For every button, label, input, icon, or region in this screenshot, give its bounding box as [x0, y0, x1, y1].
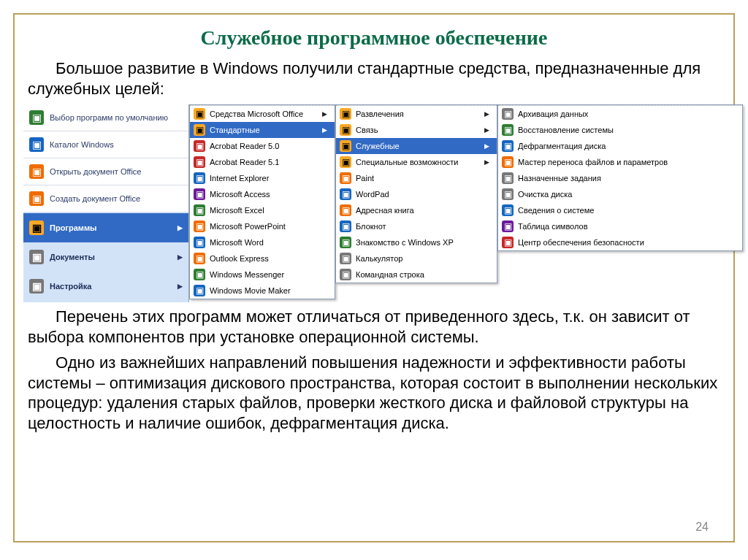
menu-item-label: Блокнот: [356, 222, 386, 231]
menu-item[interactable]: ▣Outlook Express: [190, 250, 335, 266]
menu-item[interactable]: ▣Internet Explorer: [190, 170, 335, 186]
yellow-icon: ▣: [194, 124, 205, 136]
menu-item[interactable]: ▣Дефрагментация диска: [498, 138, 742, 154]
menu-item[interactable]: ▣Центр обеспечения безопасности: [498, 234, 742, 250]
start-item[interactable]: ▣Документы▶: [23, 242, 188, 272]
red-icon: ▣: [194, 140, 205, 152]
menu-item[interactable]: ▣Командная строка: [336, 266, 497, 283]
menu-item-label: Знакомство с Windows XP: [356, 238, 454, 247]
menu-item[interactable]: ▣Windows Movie Maker: [190, 283, 335, 299]
orange-icon: ▣: [29, 164, 44, 179]
gray-icon: ▣: [502, 108, 514, 120]
blue-icon: ▣: [340, 188, 351, 200]
blue-icon: ▣: [502, 204, 514, 216]
start-item[interactable]: ▣Каталог Windows: [23, 131, 188, 158]
menu-item[interactable]: ▣Сведения о системе: [498, 202, 742, 218]
menu-item-label: Служебные: [356, 142, 400, 150]
start-item-label: Каталог Windows: [50, 140, 114, 149]
blue-icon: ▣: [194, 172, 205, 184]
menu-item[interactable]: ▣Microsoft Excel: [190, 202, 335, 218]
menu-item-label: Средства Microsoft Office: [210, 110, 303, 118]
gray-icon: ▣: [29, 279, 44, 294]
menu-item[interactable]: ▣Назначенные задания: [498, 170, 742, 186]
menu-item[interactable]: ▣Стандартные▶: [190, 122, 335, 138]
menu-item[interactable]: ▣WordPad: [336, 186, 497, 202]
menu-item-label: Развлечения: [356, 110, 404, 118]
start-item[interactable]: ▣Открыть документ Office: [23, 158, 188, 185]
orange-icon: ▣: [340, 172, 351, 184]
menu-item-label: Стандартные: [210, 126, 260, 134]
menu-item-label: Таблица символов: [518, 222, 588, 231]
green-icon: ▣: [194, 204, 205, 216]
menu-item[interactable]: ▣Калькулятор: [336, 250, 497, 266]
start-item[interactable]: ▣Создать документ Office: [23, 185, 188, 212]
menu-item-label: Outlook Express: [210, 254, 269, 263]
start-item-label: Настройка: [50, 282, 91, 291]
blue-icon: ▣: [502, 140, 514, 152]
yellow-icon: ▣: [29, 220, 44, 235]
menu-item[interactable]: ▣Связь▶: [336, 122, 497, 138]
blue-icon: ▣: [194, 237, 205, 248]
green-icon: ▣: [502, 124, 514, 136]
menu-item[interactable]: ▣Развлечения▶: [336, 106, 497, 122]
menu-item-label: Microsoft PowerPoint: [210, 222, 286, 231]
programs-submenu: ▣Средства Microsoft Office▶▣Стандартные▶…: [189, 104, 335, 299]
blue-icon: ▣: [29, 137, 44, 152]
menu-item-label: Центр обеспечения безопасности: [518, 238, 644, 247]
start-item[interactable]: ▣Выбор программ по умолчанию: [23, 104, 188, 131]
menu-item-label: Восстановление системы: [518, 126, 614, 134]
orange-icon: ▣: [502, 156, 514, 168]
start-column: ▣Выбор программ по умолчанию▣Каталог Win…: [23, 104, 189, 302]
chevron-right-icon: ▶: [322, 110, 327, 118]
menu-item-label: Windows Messenger: [210, 270, 284, 279]
yellow-icon: ▣: [194, 108, 205, 120]
blue-icon: ▣: [194, 285, 205, 296]
menu-item[interactable]: ▣Очистка диска: [498, 186, 742, 202]
para2: Перечень этих программ может отличаться …: [28, 307, 720, 347]
menu-item[interactable]: ▣Microsoft Word: [190, 234, 335, 250]
menu-item[interactable]: ▣Microsoft PowerPoint: [190, 218, 335, 234]
gray-icon: ▣: [502, 172, 514, 184]
chevron-right-icon: ▶: [178, 253, 183, 261]
menu-item[interactable]: ▣Блокнот: [336, 218, 497, 234]
start-menu-screenshot: ▣Выбор программ по умолчанию▣Каталог Win…: [23, 104, 743, 302]
menu-item[interactable]: ▣Средства Microsoft Office▶: [190, 106, 335, 122]
menu-item-label: Назначенные задания: [518, 174, 601, 183]
menu-item[interactable]: ▣Таблица символов: [498, 218, 742, 234]
start-item[interactable]: ▣Настройка▶: [23, 272, 188, 301]
menu-item[interactable]: ▣Архивация данных: [498, 106, 742, 122]
menu-item[interactable]: ▣Acrobat Reader 5.0: [190, 138, 335, 154]
orange-icon: ▣: [194, 220, 205, 232]
menu-item-label: Microsoft Excel: [210, 206, 264, 215]
yellow-icon: ▣: [340, 140, 351, 152]
menu-item[interactable]: ▣Windows Messenger: [190, 266, 335, 283]
red-icon: ▣: [194, 156, 205, 168]
menu-item[interactable]: ▣Microsoft Access: [190, 186, 335, 202]
menu-item[interactable]: ▣Paint: [336, 170, 497, 186]
menu-item-label: Acrobat Reader 5.1: [210, 158, 279, 166]
menu-item[interactable]: ▣Специальные возможности▶: [336, 154, 497, 170]
menu-item[interactable]: ▣Восстановление системы: [498, 122, 742, 138]
gray-icon: ▣: [340, 269, 351, 280]
menu-item[interactable]: ▣Acrobat Reader 5.1: [190, 154, 335, 170]
orange-icon: ▣: [194, 253, 205, 264]
menu-item-label: Internet Explorer: [210, 174, 269, 183]
chevron-right-icon: ▶: [484, 110, 489, 118]
menu-item[interactable]: ▣Знакомство с Windows XP: [336, 234, 497, 250]
green-icon: ▣: [340, 237, 351, 248]
chevron-right-icon: ▶: [484, 158, 489, 166]
start-item[interactable]: ▣Программы▶: [23, 213, 188, 242]
yellow-icon: ▣: [340, 156, 351, 168]
menu-item-label: Архивация данных: [518, 110, 588, 118]
menu-item-label: Дефрагментация диска: [518, 142, 606, 150]
orange-icon: ▣: [340, 204, 351, 216]
menu-item[interactable]: ▣Служебные▶: [336, 138, 497, 154]
menu-item-label: Сведения о системе: [518, 206, 594, 215]
menu-item[interactable]: ▣Мастер переноса файлов и параметров: [498, 154, 742, 170]
yellow-icon: ▣: [340, 124, 351, 136]
menu-item-label: Microsoft Word: [210, 238, 264, 247]
para3: Одно из важнейших направлений повышения …: [28, 353, 720, 433]
menu-item[interactable]: ▣Адресная книга: [336, 202, 497, 218]
purple-icon: ▣: [194, 188, 205, 200]
start-item-label: Создать документ Office: [50, 194, 140, 203]
